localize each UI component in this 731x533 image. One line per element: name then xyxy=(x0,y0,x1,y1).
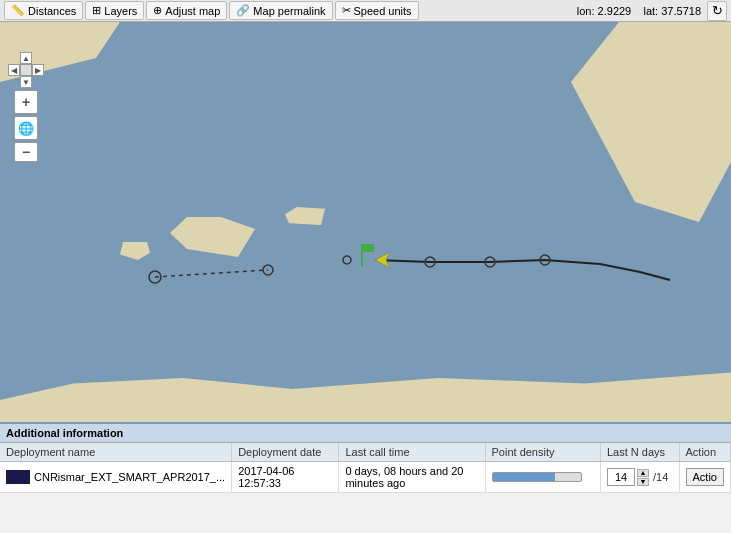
lon-display: lon: 2.9229 lat: 37.5718 xyxy=(577,5,701,17)
svg-line-0 xyxy=(155,270,268,277)
days-input[interactable] xyxy=(607,468,635,486)
col-header-action: Action xyxy=(679,443,730,462)
link-icon: 🔗 xyxy=(236,4,250,17)
permalink-button[interactable]: 🔗 Map permalink xyxy=(229,1,332,20)
layers-icon: ⊞ xyxy=(92,4,101,17)
permalink-label: Map permalink xyxy=(253,5,325,17)
speed-units-button[interactable]: ✂ Speed units xyxy=(335,1,419,20)
deployment-name-cell: CNRismar_EXT_SMART_APR2017_... xyxy=(0,462,232,493)
days-total: /14 xyxy=(653,471,668,483)
map-container[interactable]: ▲ ◀ ▶ ▼ + 🌐 − xyxy=(0,22,731,422)
action-cell: Actio xyxy=(679,462,730,493)
col-header-name: Deployment name xyxy=(0,443,232,462)
pan-left-button[interactable]: ◀ xyxy=(8,64,20,76)
deployment-date-cell: 2017-04-06 12:57:33 xyxy=(232,462,339,493)
svg-point-9 xyxy=(343,256,351,264)
svg-rect-7 xyxy=(362,244,374,252)
lat-value: 37.5718 xyxy=(661,5,701,17)
lat-label: lat: xyxy=(643,5,658,17)
table-header-row: Deployment name Deployment date Last cal… xyxy=(0,443,731,462)
adjust-map-label: Adjust map xyxy=(165,5,220,17)
globe-button[interactable]: 🌐 xyxy=(14,116,38,140)
info-panel: Additional information Deployment name D… xyxy=(0,422,731,533)
distances-label: Distances xyxy=(28,5,76,17)
spinner-buttons: ▲ ▼ xyxy=(637,469,649,486)
adjust-icon: ⊕ xyxy=(153,4,162,17)
ruler-icon: 📏 xyxy=(11,4,25,17)
speed-units-label: Speed units xyxy=(354,5,412,17)
deployment-name: CNRismar_EXT_SMART_APR2017_... xyxy=(34,471,225,483)
deployment-date: 2017-04-06 12:57:33 xyxy=(238,465,294,489)
refresh-icon: ↻ xyxy=(712,3,723,18)
last-n-days-cell: ▲ ▼ /14 xyxy=(601,462,680,493)
last-call-time: 0 days, 08 hours and 20 minutes ago xyxy=(345,465,463,489)
spinner-up-button[interactable]: ▲ xyxy=(637,469,649,477)
pan-control: ▲ ◀ ▶ ▼ xyxy=(8,52,44,88)
adjust-map-button[interactable]: ⊕ Adjust map xyxy=(146,1,227,20)
track-color-swatch xyxy=(6,470,30,484)
col-header-date: Deployment date xyxy=(232,443,339,462)
nav-controls: ▲ ◀ ▶ ▼ + 🌐 − xyxy=(8,52,44,162)
pan-center-button[interactable] xyxy=(20,64,32,76)
action-button[interactable]: Actio xyxy=(686,468,724,486)
refresh-button[interactable]: ↻ xyxy=(707,1,727,21)
lon-label: lon: xyxy=(577,5,595,17)
map-svg xyxy=(0,22,731,422)
toolbar: 📏 Distances ⊞ Layers ⊕ Adjust map 🔗 Map … xyxy=(0,0,731,22)
days-spinner: ▲ ▼ /14 xyxy=(607,468,673,486)
lon-value: 2.9229 xyxy=(598,5,632,17)
pan-right-button[interactable]: ▶ xyxy=(32,64,44,76)
layers-label: Layers xyxy=(104,5,137,17)
spinner-down-button[interactable]: ▼ xyxy=(637,478,649,486)
point-density-cell xyxy=(485,462,601,493)
scissors-icon: ✂ xyxy=(342,4,351,17)
zoom-in-button[interactable]: + xyxy=(14,90,38,114)
density-slider-container xyxy=(492,472,595,482)
info-table: Deployment name Deployment date Last cal… xyxy=(0,443,731,493)
zoom-out-button[interactable]: − xyxy=(14,142,38,162)
col-header-density: Point density xyxy=(485,443,601,462)
pan-down-button[interactable]: ▼ xyxy=(20,76,32,88)
distances-button[interactable]: 📏 Distances xyxy=(4,1,83,20)
layers-button[interactable]: ⊞ Layers xyxy=(85,1,144,20)
col-header-last-n: Last N days xyxy=(601,443,680,462)
density-slider[interactable] xyxy=(492,472,582,482)
last-call-cell: 0 days, 08 hours and 20 minutes ago xyxy=(339,462,485,493)
info-panel-header: Additional information xyxy=(0,424,731,443)
col-header-last-call: Last call time xyxy=(339,443,485,462)
pan-up-button[interactable]: ▲ xyxy=(20,52,32,64)
table-row: CNRismar_EXT_SMART_APR2017_... 2017-04-0… xyxy=(0,462,731,493)
